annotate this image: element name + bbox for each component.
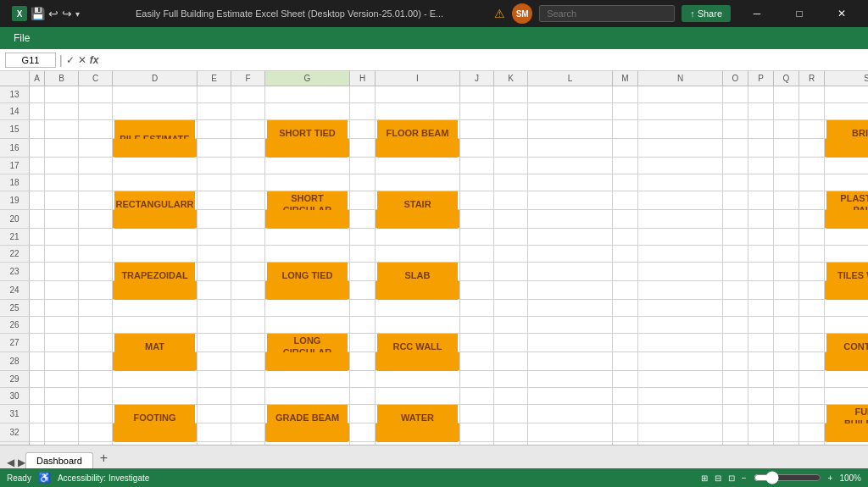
cell-b15[interactable] bbox=[45, 120, 79, 138]
cell-h17[interactable] bbox=[350, 158, 376, 174]
cell-s14[interactable] bbox=[825, 103, 868, 119]
cell-i17[interactable] bbox=[376, 158, 460, 174]
cell-a15[interactable] bbox=[30, 120, 45, 138]
cell-f14[interactable] bbox=[231, 103, 265, 119]
cell-g17[interactable] bbox=[265, 158, 350, 174]
cell-h16[interactable] bbox=[350, 139, 376, 157]
undo-icon[interactable]: ↩ bbox=[48, 7, 58, 20]
cell-r17[interactable] bbox=[799, 158, 825, 174]
user-avatar[interactable]: SM bbox=[512, 3, 532, 24]
cell-j13[interactable] bbox=[460, 86, 494, 102]
col-header-q[interactable]: Q bbox=[774, 71, 799, 86]
cell-p13[interactable] bbox=[748, 86, 774, 102]
redo-icon[interactable]: ↪ bbox=[62, 7, 72, 20]
cell-k13[interactable] bbox=[494, 86, 528, 102]
zoom-out-icon[interactable]: − bbox=[742, 473, 747, 483]
cell-n15[interactable] bbox=[638, 120, 723, 138]
cell-q16[interactable] bbox=[774, 139, 799, 157]
minimize-button[interactable]: ─ bbox=[737, 0, 776, 27]
cell-n14[interactable] bbox=[638, 103, 723, 119]
cell-e14[interactable] bbox=[198, 103, 231, 119]
cell-i16[interactable] bbox=[376, 139, 460, 157]
cell-o16[interactable] bbox=[723, 139, 748, 157]
cell-a16[interactable] bbox=[30, 139, 45, 157]
cell-a14[interactable] bbox=[30, 103, 45, 119]
col-header-c[interactable]: C bbox=[79, 71, 113, 86]
cell-q13[interactable] bbox=[774, 86, 799, 102]
col-header-i[interactable]: I bbox=[376, 71, 460, 86]
cell-n16[interactable] bbox=[638, 139, 723, 157]
cell-q17[interactable] bbox=[774, 158, 799, 174]
cancel-icon[interactable]: ✕ bbox=[78, 54, 86, 66]
cell-c15[interactable] bbox=[79, 120, 113, 138]
cell-b13[interactable] bbox=[45, 86, 79, 102]
cell-p15[interactable] bbox=[748, 120, 774, 138]
cell-e13[interactable] bbox=[198, 86, 231, 102]
zoom-in-icon[interactable]: + bbox=[828, 473, 833, 483]
cell-j15[interactable] bbox=[460, 120, 494, 138]
cell-l13[interactable] bbox=[528, 86, 613, 102]
cell-e16[interactable] bbox=[198, 139, 231, 157]
cell-e15[interactable] bbox=[198, 120, 231, 138]
next-sheet-icon[interactable]: ▶ bbox=[18, 457, 25, 468]
cell-m13[interactable] bbox=[613, 86, 638, 102]
cell-p16[interactable] bbox=[748, 139, 774, 157]
cell-r15[interactable] bbox=[799, 120, 825, 138]
cell-h13[interactable] bbox=[350, 86, 376, 102]
col-header-h[interactable]: H bbox=[350, 71, 376, 86]
search-input[interactable] bbox=[539, 5, 675, 22]
cell-r14[interactable] bbox=[799, 103, 825, 119]
cell-s13[interactable] bbox=[825, 86, 868, 102]
cell-g14[interactable] bbox=[265, 103, 350, 119]
menu-file[interactable]: File bbox=[7, 30, 36, 46]
save-icon[interactable]: 💾 bbox=[31, 7, 45, 20]
cell-i14[interactable] bbox=[376, 103, 460, 119]
cell-c14[interactable] bbox=[79, 103, 113, 119]
col-header-r[interactable]: R bbox=[799, 71, 825, 86]
cell-a13[interactable] bbox=[30, 86, 45, 102]
cell-h15[interactable] bbox=[350, 120, 376, 138]
cell-o14[interactable] bbox=[723, 103, 748, 119]
col-header-a[interactable]: A bbox=[30, 71, 45, 86]
cell-d13[interactable] bbox=[113, 86, 198, 102]
cell-j16[interactable] bbox=[460, 139, 494, 157]
view-layout-icon[interactable]: ⊟ bbox=[715, 473, 721, 483]
cell-f17[interactable] bbox=[231, 158, 265, 174]
check-icon[interactable]: ✓ bbox=[66, 54, 75, 66]
cell-j17[interactable] bbox=[460, 158, 494, 174]
col-header-k[interactable]: K bbox=[494, 71, 528, 86]
add-sheet-button[interactable]: + bbox=[93, 448, 114, 468]
zoom-slider[interactable] bbox=[754, 471, 821, 484]
cell-h14[interactable] bbox=[350, 103, 376, 119]
cell-e17[interactable] bbox=[198, 158, 231, 174]
col-header-g[interactable]: G bbox=[265, 71, 350, 86]
col-header-p[interactable]: P bbox=[748, 71, 774, 86]
col-header-o[interactable]: O bbox=[723, 71, 748, 86]
cell-p17[interactable] bbox=[748, 158, 774, 174]
cell-f13[interactable] bbox=[231, 86, 265, 102]
cell-k14[interactable] bbox=[494, 103, 528, 119]
cell-d16[interactable] bbox=[113, 139, 198, 157]
close-button[interactable]: ✕ bbox=[822, 0, 861, 27]
cell-q14[interactable] bbox=[774, 103, 799, 119]
cell-r13[interactable] bbox=[799, 86, 825, 102]
col-header-d[interactable]: D bbox=[113, 71, 198, 86]
cell-g16[interactable] bbox=[265, 139, 350, 157]
col-header-l[interactable]: L bbox=[528, 71, 613, 86]
col-header-b[interactable]: B bbox=[45, 71, 79, 86]
cell-s17[interactable] bbox=[825, 158, 868, 174]
autosave-toggle[interactable]: ▾ bbox=[75, 9, 80, 19]
cell-n17[interactable] bbox=[638, 158, 723, 174]
cell-b14[interactable] bbox=[45, 103, 79, 119]
cell-l14[interactable] bbox=[528, 103, 613, 119]
cell-m15[interactable] bbox=[613, 120, 638, 138]
col-header-e[interactable]: E bbox=[198, 71, 231, 86]
cell-b16[interactable] bbox=[45, 139, 79, 157]
cell-m16[interactable] bbox=[613, 139, 638, 157]
prev-sheet-icon[interactable]: ◀ bbox=[7, 457, 14, 468]
cell-l17[interactable] bbox=[528, 158, 613, 174]
col-header-m[interactable]: M bbox=[613, 71, 638, 86]
cell-d14[interactable] bbox=[113, 103, 198, 119]
cell-l16[interactable] bbox=[528, 139, 613, 157]
cell-i13[interactable] bbox=[376, 86, 460, 102]
